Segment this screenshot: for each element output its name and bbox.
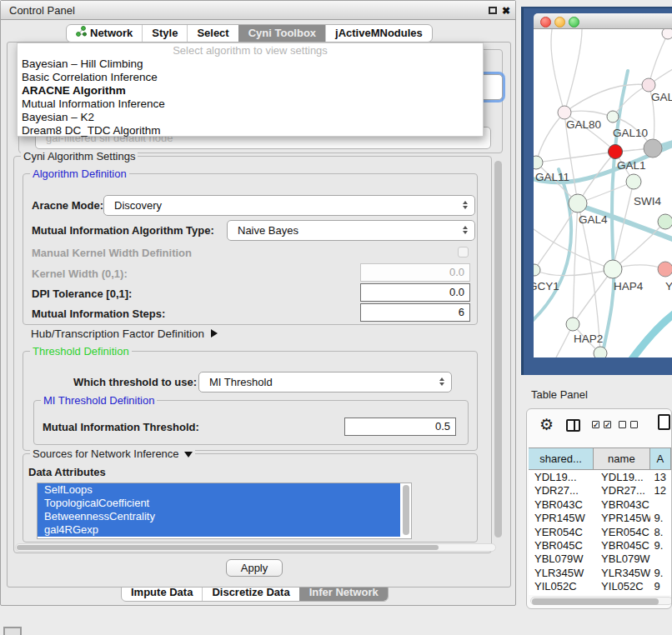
network-edge[interactable] (536, 152, 615, 162)
tab-select[interactable]: Select (187, 25, 238, 42)
column-header-name[interactable]: name (594, 448, 649, 469)
table-row[interactable]: YPR145WYPR145W9. (529, 512, 671, 525)
dropdown-item[interactable]: Bayesian – K2 (18, 111, 483, 124)
control-panel-titlebar[interactable]: Control Panel ✖ (1, 1, 515, 20)
settings-horizontal-scrollbar[interactable] (15, 543, 496, 552)
dropdown-item[interactable]: Basic Correlation Inference (18, 71, 483, 84)
table-cell[interactable]: YPR145W (529, 512, 594, 525)
zoom-traffic-light[interactable] (569, 17, 579, 28)
dropdown-item[interactable]: Dream8 DC_TDC Algorithm (18, 124, 483, 138)
table-cell[interactable]: YDR27... (594, 484, 649, 498)
network-edge[interactable] (649, 33, 668, 85)
column-header-shared-name[interactable]: shared... (529, 448, 594, 469)
network-edge[interactable] (534, 169, 571, 326)
attribute-item[interactable]: BetweennessCentrality (38, 510, 400, 523)
network-node[interactable] (594, 347, 607, 358)
table-cell[interactable]: 9 (650, 580, 671, 593)
network-node-gal4[interactable] (569, 194, 587, 212)
mi-threshold-field[interactable]: 0.5 (344, 418, 456, 436)
table-row[interactable]: YBR045CYBR045C9. (529, 539, 671, 552)
document-icon[interactable] (658, 414, 670, 430)
network-node-gal1[interactable] (609, 145, 623, 159)
apply-button[interactable]: Apply (226, 559, 283, 577)
network-node-y[interactable] (658, 262, 672, 277)
mi-steps-field[interactable]: 6 (360, 303, 470, 322)
table-row[interactable]: YDL19...YDL19...13 (529, 471, 671, 484)
table-cell[interactable]: YBR045C (529, 539, 594, 552)
which-threshold-combobox[interactable]: MI Threshold (198, 372, 452, 392)
table-row[interactable]: YBR043CYBR043C (529, 498, 671, 512)
network-edge[interactable] (534, 269, 613, 276)
network-node-gal11[interactable] (534, 156, 543, 169)
table-row[interactable]: YLR345WYLR345W9. (529, 567, 671, 580)
network-edge[interactable] (564, 29, 582, 112)
select-all-checkbox-icon[interactable]: ✓ (604, 421, 611, 428)
table-cell[interactable]: 9. (650, 567, 671, 580)
network-edge[interactable] (551, 29, 564, 112)
attribute-item[interactable]: gal4RGexp (38, 523, 400, 537)
network-edge[interactable] (536, 112, 564, 162)
network-window-titlebar[interactable] (534, 13, 672, 29)
table-cell[interactable]: YBL079W (594, 552, 649, 566)
scrollbar-thumb[interactable] (17, 545, 439, 550)
network-node-hap4[interactable] (604, 260, 622, 278)
attribute-item[interactable]: TopologicalCoefficient (38, 497, 400, 510)
table-cell[interactable] (650, 498, 671, 512)
table-cell[interactable]: 8. (650, 526, 671, 539)
list-vertical-scrollbar[interactable] (403, 485, 409, 535)
network-edge[interactable] (578, 203, 600, 353)
dropdown-item[interactable]: Mutual Information Inference (18, 98, 483, 111)
network-node-gal10[interactable] (607, 111, 619, 122)
dpi-tolerance-field[interactable]: 0.0 (360, 283, 470, 302)
tab-cyni-toolbox[interactable]: Cyni Toolbox (238, 25, 325, 42)
network-node-gcy1[interactable] (534, 264, 540, 276)
tab-jactivemnodules[interactable]: jActiveMNodules (325, 25, 432, 42)
network-node[interactable] (662, 29, 672, 39)
network-canvas[interactable]: GALGAL80GAL10GAL1GAL11SWI4GAL4GCY1HAP4YH… (534, 29, 672, 358)
network-edge[interactable] (534, 229, 613, 269)
tab-network[interactable]: Network (67, 25, 142, 42)
network-node-hap2[interactable] (566, 318, 579, 331)
aracne-mode-combobox[interactable]: Discovery (103, 195, 475, 216)
table-row[interactable]: YDR27...YDR27...12 (529, 484, 671, 498)
table-cell[interactable]: YPR145W (594, 512, 649, 525)
collapsed-panel-icon[interactable] (3, 627, 22, 635)
table-cell[interactable]: YBL079W (529, 552, 594, 566)
network-node-gal80[interactable] (558, 106, 571, 119)
network-edge[interactable] (564, 111, 613, 117)
table-cell[interactable]: YBR045C (594, 539, 649, 552)
select-all-checkbox-icon[interactable]: ✓ (592, 421, 599, 428)
network-edge[interactable] (564, 84, 649, 112)
table-cell[interactable]: YDL19... (529, 471, 594, 484)
column-header-cut[interactable]: A (650, 448, 671, 469)
network-node-swi4[interactable] (626, 174, 641, 189)
float-window-icon[interactable] (489, 7, 497, 14)
scrollbar-thumb[interactable] (532, 598, 659, 605)
deselect-checkbox-icon[interactable] (630, 421, 638, 428)
table-cell[interactable]: 9. (650, 539, 671, 552)
table-cell[interactable]: YLR345W (594, 567, 649, 580)
table-cell[interactable]: 13 (650, 471, 671, 484)
network-node[interactable] (658, 214, 672, 229)
deselect-checkbox-icon[interactable] (619, 421, 626, 428)
columns-icon[interactable] (566, 419, 580, 432)
dropdown-item[interactable]: Bayesian – Hill Climbing (18, 58, 483, 71)
table-row[interactable]: YBL079WYBL079W (529, 552, 671, 566)
close-icon[interactable]: ✖ (502, 3, 510, 18)
table-cell[interactable] (650, 552, 671, 566)
table-cell[interactable]: YER054C (529, 526, 594, 539)
network-edge[interactable] (632, 309, 672, 358)
table-cell[interactable]: YBR043C (594, 498, 649, 512)
table-horizontal-scrollbar[interactable] (530, 597, 672, 605)
close-traffic-light[interactable] (540, 17, 551, 28)
data-attributes-list[interactable]: SelfLoops TopologicalCoefficient Between… (37, 482, 412, 539)
table-cell[interactable]: YDL19... (594, 471, 649, 484)
table-cell[interactable]: YIL052C (529, 580, 594, 593)
settings-vertical-scrollbar[interactable] (494, 161, 502, 538)
table-row[interactable]: YER054CYER054C8. (529, 526, 671, 539)
attribute-item[interactable]: SelfLoops (38, 483, 400, 497)
table-cell[interactable]: YLR345W (529, 567, 594, 580)
mi-algorithm-type-combobox[interactable]: Naive Bayes (227, 220, 475, 241)
sources-group-title[interactable]: Sources for Network Inference (30, 448, 195, 460)
table-cell[interactable]: YER054C (594, 526, 649, 539)
